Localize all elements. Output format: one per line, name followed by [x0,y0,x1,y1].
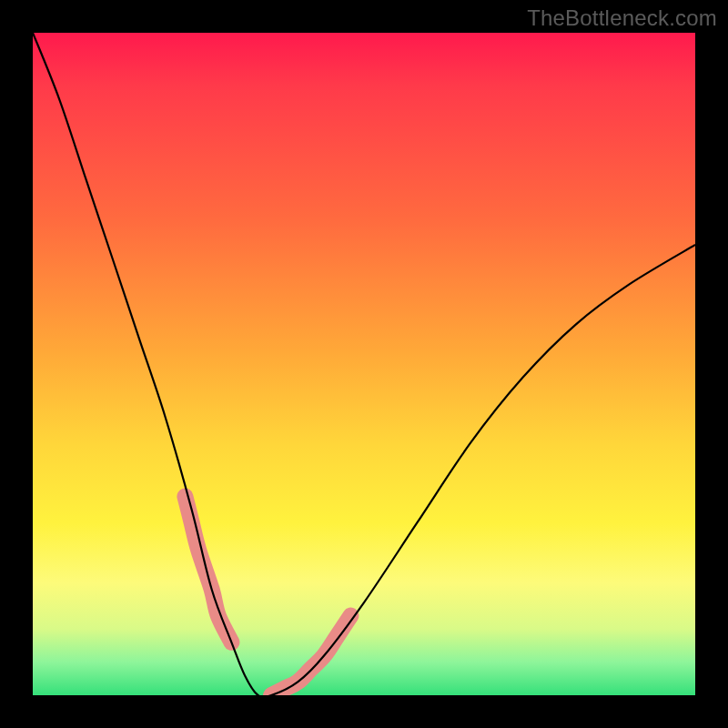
highlight-right [271,616,350,695]
watermark-text: TheBottleneck.com [527,5,717,31]
bottleneck-curve [33,33,695,695]
highlight-left [185,497,231,642]
chart-frame: TheBottleneck.com [0,0,728,728]
plot-area [33,33,695,695]
curve-svg [33,33,695,695]
